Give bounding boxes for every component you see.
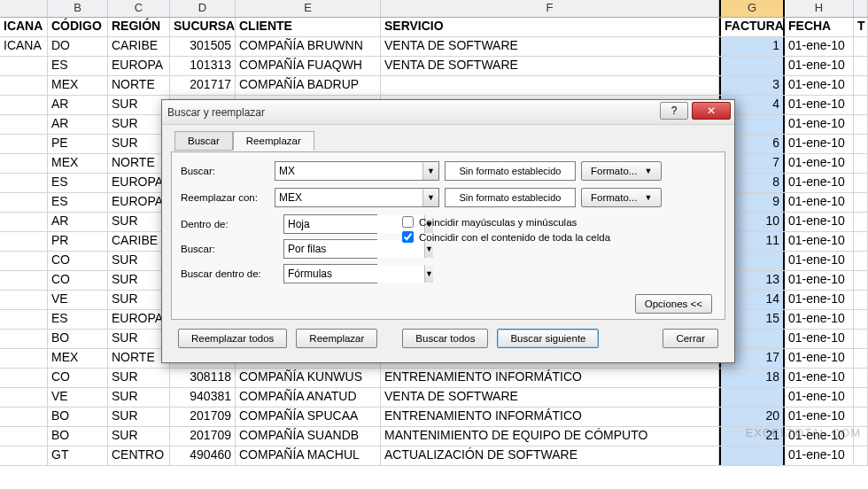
findnext-button[interactable]: Buscar siguiente [497, 329, 599, 348]
cell[interactable]: MEX [48, 349, 108, 368]
find-input[interactable] [275, 162, 422, 180]
cell[interactable] [0, 76, 48, 95]
cell[interactable] [0, 291, 48, 309]
cell[interactable] [719, 57, 785, 75]
cell[interactable] [0, 154, 48, 173]
cell[interactable] [854, 271, 868, 290]
cell[interactable]: 20 [719, 408, 785, 426]
cell[interactable]: DO [48, 37, 108, 56]
header-cell[interactable]: SUCURSAL [170, 18, 236, 36]
cell[interactable]: CO [48, 369, 108, 387]
cell[interactable]: MANTENIMIENTO DE EQUIPO DE CÓMPUTO [381, 427, 719, 446]
cell[interactable] [0, 115, 48, 134]
cell[interactable]: CO [48, 271, 108, 290]
cell[interactable]: BO [48, 330, 108, 348]
cell[interactable] [0, 349, 48, 368]
cell[interactable] [854, 388, 868, 407]
cell[interactable]: ACTUALIZACIÓN DE SOFTWARE [381, 446, 719, 465]
column-header[interactable]: C [108, 0, 170, 17]
cell[interactable] [0, 408, 48, 426]
replace-format-button[interactable]: Formato...▼ [581, 188, 662, 207]
cell[interactable] [854, 446, 868, 465]
cell[interactable] [854, 115, 868, 134]
cell[interactable] [854, 369, 868, 387]
matchentire-input[interactable] [402, 231, 414, 243]
cell[interactable] [0, 232, 48, 251]
header-cell[interactable]: T [854, 18, 868, 36]
cell[interactable]: 1 [719, 37, 785, 56]
cell[interactable] [719, 388, 785, 407]
tab-search[interactable]: Buscar [174, 131, 233, 151]
cell[interactable] [854, 96, 868, 114]
cell[interactable] [854, 57, 868, 75]
cell[interactable]: SUR [108, 427, 170, 446]
cell[interactable]: ES [48, 310, 108, 329]
cell[interactable]: 01-ene-10 [785, 115, 854, 134]
cell[interactable]: CARIBE [108, 37, 170, 56]
cell[interactable]: VENTA DE SOFTWARE [381, 57, 719, 75]
replace-input[interactable] [275, 189, 422, 206]
column-header[interactable]: E [236, 0, 381, 17]
cell[interactable] [854, 310, 868, 329]
cell[interactable] [854, 76, 868, 95]
cell[interactable]: SUR [108, 369, 170, 387]
cell[interactable] [854, 135, 868, 153]
dialog-titlebar[interactable]: Buscar y reemplazar ? ✕ [162, 100, 734, 125]
cell[interactable] [854, 174, 868, 192]
cell[interactable]: 01-ene-10 [785, 310, 854, 329]
cell[interactable] [854, 232, 868, 251]
cell[interactable]: MEX [48, 154, 108, 173]
cell[interactable]: CO [48, 252, 108, 270]
cell[interactable]: NORTE [108, 76, 170, 95]
cell[interactable]: 01-ene-10 [785, 408, 854, 426]
column-header[interactable]: F [381, 0, 719, 17]
cell[interactable] [0, 330, 48, 348]
cell[interactable] [0, 446, 48, 465]
cell[interactable]: 01-ene-10 [785, 174, 854, 192]
close-icon[interactable]: ✕ [692, 102, 731, 120]
header-cell[interactable]: ICANA [0, 18, 48, 36]
header-cell[interactable]: FECHA [785, 18, 854, 36]
cell[interactable]: 01-ene-10 [785, 291, 854, 309]
cell[interactable]: 201709 [170, 408, 236, 426]
cell[interactable] [854, 330, 868, 348]
cell[interactable]: 01-ene-10 [785, 154, 854, 173]
cell[interactable]: 3 [719, 76, 785, 95]
cell[interactable]: 01-ene-10 [785, 369, 854, 387]
cell[interactable]: ES [48, 57, 108, 75]
cell[interactable]: EUROPA [108, 57, 170, 75]
cell[interactable]: COMPAÑÍA BRUWNN [236, 37, 381, 56]
cell[interactable] [0, 369, 48, 387]
cell[interactable] [0, 427, 48, 446]
help-button[interactable]: ? [660, 102, 688, 120]
cell[interactable] [854, 213, 868, 231]
matchcase-checkbox[interactable]: Coincidir mayúsculas y minúsculas [402, 216, 610, 228]
cell[interactable]: VENTA DE SOFTWARE [381, 388, 719, 407]
chevron-down-icon[interactable]: ▼ [422, 162, 438, 180]
cell[interactable]: 201717 [170, 76, 236, 95]
cell[interactable] [854, 291, 868, 309]
matchcase-input[interactable] [402, 216, 414, 228]
cell[interactable]: AR [48, 96, 108, 114]
cell[interactable] [0, 310, 48, 329]
column-header[interactable]: D [170, 0, 236, 17]
cell[interactable] [0, 57, 48, 75]
find-format-button[interactable]: Formato...▼ [581, 161, 662, 181]
cell[interactable]: 01-ene-10 [785, 446, 854, 465]
cell[interactable]: 01-ene-10 [785, 193, 854, 212]
cell[interactable]: ICANA [0, 37, 48, 56]
header-cell[interactable]: CÓDIGO [48, 18, 108, 36]
cell[interactable]: 101313 [170, 57, 236, 75]
cell[interactable]: 01-ene-10 [785, 135, 854, 153]
cell[interactable]: 308118 [170, 369, 236, 387]
cell[interactable] [0, 135, 48, 153]
header-cell[interactable]: REGIÓN [108, 18, 170, 36]
cell[interactable]: 01-ene-10 [785, 252, 854, 270]
tab-replace[interactable]: Reemplazar [233, 131, 314, 151]
cell[interactable]: 01-ene-10 [785, 37, 854, 56]
cell[interactable]: COMPAÑÍA KUNWUS [236, 369, 381, 387]
matchentire-checkbox[interactable]: Coincidir con el contenido de toda la ce… [402, 231, 610, 243]
cell[interactable] [0, 174, 48, 192]
replace-combo[interactable]: ▼ [275, 188, 439, 207]
cell[interactable]: 490460 [170, 446, 236, 465]
